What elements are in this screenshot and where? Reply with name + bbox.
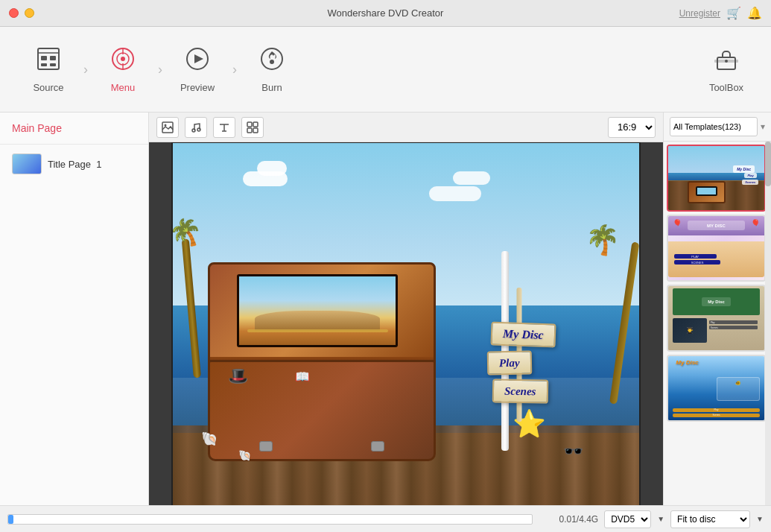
image-tool-btn[interactable] bbox=[156, 117, 179, 138]
suitcase: 🎩 📖 bbox=[201, 266, 444, 461]
progress-bar-container bbox=[7, 514, 533, 525]
sidebar: Main Page Title Page 1 bbox=[0, 113, 149, 505]
templates-header: All Templates(123) ▾ bbox=[664, 113, 771, 142]
svg-point-20 bbox=[192, 129, 195, 132]
cloud-2 bbox=[257, 161, 287, 176]
grid-tool-btn[interactable] bbox=[241, 117, 264, 138]
music-tool-btn[interactable] bbox=[185, 117, 207, 138]
minimize-button[interactable] bbox=[25, 8, 34, 18]
cloud-4 bbox=[453, 171, 490, 185]
disc-arrow: ▼ bbox=[657, 515, 664, 523]
templates-dropdown[interactable]: All Templates(123) bbox=[670, 117, 758, 136]
notification-icon[interactable]: 🔔 bbox=[747, 6, 762, 20]
title-page-label: Title Page 1 bbox=[48, 159, 102, 170]
canvas-main[interactable]: 🌴 🌴 ☂️ bbox=[149, 142, 663, 505]
cart-icon[interactable]: 🛒 bbox=[726, 6, 741, 20]
svg-marker-12 bbox=[194, 54, 203, 63]
svg-point-8 bbox=[121, 57, 125, 61]
svg-rect-24 bbox=[247, 128, 252, 133]
app-title: Wondershare DVD Creator bbox=[328, 7, 444, 19]
shell-2: 🐚 bbox=[238, 449, 251, 461]
burn-icon bbox=[258, 45, 285, 77]
sidebar-header: Main Page bbox=[0, 113, 148, 145]
arrow-2: › bbox=[158, 62, 162, 77]
text-tool-btn[interactable] bbox=[213, 117, 235, 138]
preview-label: Preview bbox=[180, 82, 215, 93]
template-birthday[interactable]: MY DISC 🎈 🎈 PLAY SCENES bbox=[667, 215, 765, 282]
sunglasses: 🕶️ bbox=[563, 442, 583, 461]
dvd-menu-preview: 🌴 🌴 ☂️ bbox=[171, 142, 641, 505]
svg-point-17 bbox=[725, 60, 728, 63]
progress-bar-fill bbox=[8, 515, 13, 524]
template-classroom[interactable]: My Disc 👨‍🎓 Play Scenes bbox=[667, 285, 765, 352]
svg-rect-4 bbox=[41, 63, 47, 66]
main-page-label[interactable]: Main Page bbox=[12, 122, 62, 134]
template-birthday-img: MY DISC 🎈 🎈 PLAY SCENES bbox=[668, 216, 764, 280]
unregister-link[interactable]: Unregister bbox=[679, 8, 720, 19]
svg-rect-15 bbox=[717, 57, 735, 69]
svg-rect-22 bbox=[247, 122, 252, 127]
toolbox-icon bbox=[713, 45, 740, 77]
svg-point-21 bbox=[197, 128, 200, 131]
main-content: Main Page Title Page 1 bbox=[0, 113, 771, 505]
menu-label: Menu bbox=[111, 82, 136, 93]
templates-list: My Disc Play Scenes MY DISC bbox=[664, 142, 765, 505]
template-beach-img: My Disc Play Scenes bbox=[668, 146, 764, 210]
source-label: Source bbox=[33, 82, 63, 93]
main-toolbar: Source › Menu › Preview › bbox=[0, 27, 771, 113]
preview-icon bbox=[184, 45, 211, 77]
svg-rect-23 bbox=[253, 122, 258, 127]
title-page-thumbnail bbox=[12, 153, 42, 174]
template-beach[interactable]: My Disc Play Scenes bbox=[667, 145, 765, 212]
toolbar-preview[interactable]: Preview bbox=[164, 36, 231, 103]
signpost: My Disc Play Scenes bbox=[483, 323, 556, 403]
fit-select[interactable]: Fit to disc Stretch to disc Fill disc bbox=[670, 510, 750, 528]
toolbar-burn[interactable]: Burn bbox=[238, 36, 305, 103]
svg-rect-25 bbox=[253, 128, 258, 133]
arrow-3: › bbox=[232, 62, 237, 77]
burn-label: Burn bbox=[261, 82, 282, 93]
source-icon bbox=[35, 45, 62, 77]
svg-rect-2 bbox=[41, 56, 47, 60]
template-ocean-img: My Disc 🐠 Play Scenes bbox=[668, 356, 764, 420]
canvas-area: 16:9 4:3 bbox=[149, 113, 663, 505]
templates-scrollbar[interactable] bbox=[765, 142, 771, 505]
sign-scenes: Scenes bbox=[504, 385, 536, 398]
size-indicator: 0.01/4.4G bbox=[539, 514, 598, 525]
close-button[interactable] bbox=[9, 8, 19, 18]
title-bar-actions: Unregister 🛒 🔔 bbox=[679, 6, 762, 20]
sign-my-disc: My Disc bbox=[502, 327, 543, 341]
template-classroom-img: My Disc 👨‍🎓 Play Scenes bbox=[668, 286, 764, 350]
traffic-lights bbox=[9, 8, 34, 18]
toolbar-menu[interactable]: Menu bbox=[89, 36, 156, 103]
arrow-1: › bbox=[83, 62, 88, 77]
aspect-ratio-select[interactable]: 16:9 4:3 bbox=[608, 117, 656, 138]
canvas-toolbar: 16:9 4:3 bbox=[149, 113, 663, 142]
svg-rect-3 bbox=[50, 56, 56, 60]
disc-type-select[interactable]: DVD5 DVD9 bbox=[604, 510, 651, 528]
toolbar-source[interactable]: Source bbox=[15, 36, 82, 103]
svg-point-14 bbox=[270, 60, 274, 64]
template-ocean[interactable]: My Disc 🐠 Play Scenes bbox=[667, 355, 765, 422]
toolbox-label: ToolBox bbox=[709, 82, 743, 93]
sidebar-title-page[interactable]: Title Page 1 bbox=[0, 145, 148, 183]
toolbar-toolbox[interactable]: ToolBox bbox=[697, 36, 756, 103]
cloud-3 bbox=[429, 186, 481, 201]
sign-play: Play bbox=[499, 357, 520, 369]
dropdown-arrow: ▾ bbox=[761, 121, 765, 132]
palm-right: 🌴 bbox=[583, 186, 641, 404]
scrollbar-thumb[interactable] bbox=[765, 142, 771, 186]
status-bar: 0.01/4.4G DVD5 DVD9 ▼ Fit to disc Stretc… bbox=[0, 505, 771, 532]
fit-arrow: ▼ bbox=[756, 515, 764, 523]
shell-1: 🐚 bbox=[201, 431, 218, 447]
svg-point-19 bbox=[165, 124, 167, 126]
menu-icon bbox=[110, 45, 136, 77]
templates-panel: All Templates(123) ▾ My Disc Play Scenes bbox=[663, 113, 771, 505]
title-bar: Wondershare DVD Creator Unregister 🛒 🔔 bbox=[0, 0, 771, 27]
svg-rect-5 bbox=[50, 63, 56, 66]
